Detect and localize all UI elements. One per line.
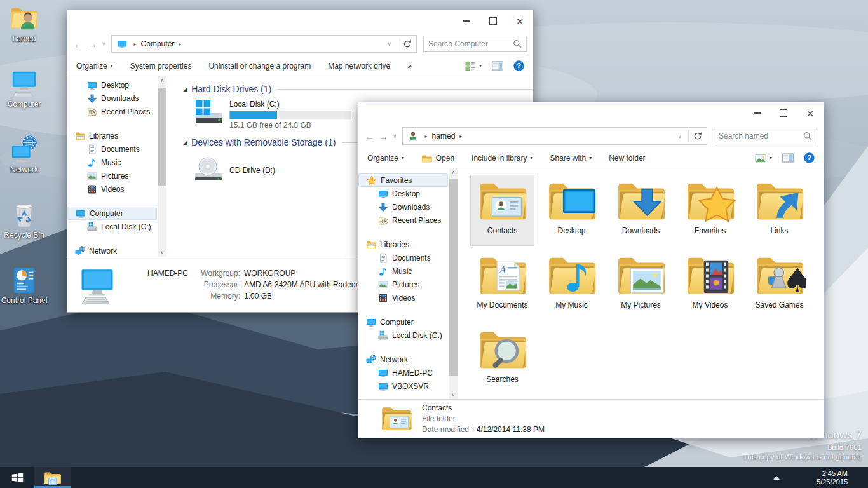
scroll-up-icon[interactable]: ∧ bbox=[452, 168, 456, 177]
taskbar-clock[interactable]: 2:45 AM 5/25/2015 bbox=[817, 470, 848, 486]
preview-pane-button[interactable] bbox=[492, 60, 503, 71]
folder-tile[interactable]: My Music bbox=[539, 249, 604, 320]
desktop-icon[interactable]: hamed bbox=[1, 4, 48, 69]
sidebar-item[interactable]: Music bbox=[358, 264, 449, 278]
address-bar[interactable]: ▸ hamed ▸ ∨ bbox=[402, 127, 707, 145]
scrollbar-thumb[interactable] bbox=[449, 179, 458, 376]
sidebar-item[interactable]: Computer bbox=[358, 315, 449, 329]
maximize-button[interactable] bbox=[770, 104, 797, 122]
scrollbar-thumb[interactable] bbox=[158, 88, 166, 186]
help-button[interactable]: ? bbox=[513, 60, 524, 71]
sidebar-item[interactable]: Recent Places bbox=[67, 105, 158, 118]
forward-button[interactable]: → bbox=[379, 131, 388, 142]
search-input[interactable]: Search Computer bbox=[423, 36, 527, 52]
group-header-hard-disks[interactable]: ◢ Hard Disk Drives (1) bbox=[183, 84, 533, 94]
collapse-triangle-icon[interactable]: ◢ bbox=[183, 140, 187, 146]
folder-tile[interactable]: My Pictures bbox=[609, 249, 673, 320]
minimize-button[interactable] bbox=[743, 104, 770, 122]
scroll-up-icon[interactable]: ∧ bbox=[161, 76, 165, 85]
folder-tile[interactable]: Links bbox=[747, 175, 811, 246]
sidebar-item[interactable]: Documents bbox=[67, 142, 158, 156]
sidebar-item[interactable]: Documents bbox=[358, 251, 449, 264]
preview-pane-button[interactable] bbox=[782, 152, 794, 163]
sidebar-item[interactable]: Downloads bbox=[358, 200, 449, 214]
titlebar[interactable]: × bbox=[358, 102, 824, 124]
titlebar[interactable]: × bbox=[67, 10, 533, 32]
start-button[interactable] bbox=[0, 467, 34, 488]
sidebar-item[interactable]: HAMED-PC bbox=[358, 366, 449, 379]
toolbar-button[interactable]: System properties bbox=[130, 62, 192, 71]
breadcrumb-separator-icon[interactable]: ▸ bbox=[179, 41, 181, 47]
desktop-icon[interactable]: Control Panel bbox=[1, 266, 48, 331]
toolbar-button[interactable]: Include in library ▾ bbox=[471, 154, 532, 163]
sidebar-item[interactable]: Libraries bbox=[358, 238, 449, 251]
show-hidden-icons-button[interactable] bbox=[773, 476, 780, 480]
forward-button[interactable]: → bbox=[88, 39, 97, 50]
search-input[interactable]: Search hamed bbox=[714, 128, 817, 144]
sidebar-item[interactable]: Downloads bbox=[67, 92, 158, 105]
toolbar-button[interactable]: Uninstall or change a program bbox=[208, 62, 311, 71]
sidebar-item[interactable]: Favorites bbox=[358, 173, 448, 187]
back-button[interactable]: ← bbox=[365, 131, 374, 142]
desktop-icon[interactable]: Network bbox=[1, 135, 48, 200]
sidebar-scrollbar[interactable]: ∧ ∨ bbox=[158, 76, 166, 257]
sidebar-item[interactable]: Recent Places bbox=[358, 214, 449, 227]
address-bar[interactable]: ▸ Computer ▸ ∨ bbox=[111, 35, 417, 53]
chevron-down-icon: ▾ bbox=[770, 155, 772, 161]
change-view-button[interactable]: ▾ bbox=[465, 61, 482, 71]
desktop-icon[interactable]: Recycle Bin bbox=[1, 200, 48, 266]
folder-tile[interactable]: My Videos bbox=[678, 249, 742, 320]
breadcrumb[interactable]: Computer bbox=[141, 39, 175, 48]
sidebar-item[interactable]: Network bbox=[358, 353, 449, 366]
sidebar-item[interactable]: Music bbox=[67, 156, 158, 169]
toolbar-button[interactable]: Map network drive bbox=[328, 62, 390, 71]
breadcrumb-separator-icon[interactable]: ▸ bbox=[459, 133, 462, 139]
folder-tile[interactable]: Downloads bbox=[609, 175, 673, 246]
sidebar-item[interactable]: Local Disk (C:) bbox=[358, 329, 449, 342]
sidebar-item[interactable]: Libraries bbox=[67, 129, 158, 142]
toolbar-button[interactable]: Share with ▾ bbox=[550, 154, 592, 163]
scroll-down-icon[interactable]: ∨ bbox=[161, 248, 165, 257]
maximize-button[interactable] bbox=[480, 12, 506, 30]
sidebar-item[interactable]: Videos bbox=[358, 291, 449, 304]
breadcrumb[interactable]: hamed bbox=[432, 132, 456, 140]
sidebar-item[interactable]: Network bbox=[67, 244, 158, 257]
nav-history-chevron-icon[interactable]: ∨ bbox=[393, 133, 397, 139]
close-button[interactable]: × bbox=[506, 12, 533, 30]
folder-tile[interactable]: Searches bbox=[470, 323, 534, 395]
desktop-icon[interactable]: Computer bbox=[1, 69, 48, 135]
refresh-button[interactable] bbox=[401, 39, 414, 48]
help-button[interactable]: ? bbox=[804, 152, 815, 163]
sidebar-item[interactable]: Pictures bbox=[67, 169, 158, 182]
folder-tile[interactable]: Contacts bbox=[470, 175, 534, 246]
scroll-down-icon[interactable]: ∨ bbox=[452, 391, 456, 399]
sidebar-item[interactable]: Desktop bbox=[358, 187, 449, 200]
sidebar-item[interactable]: Computer bbox=[67, 207, 157, 220]
toolbar-button[interactable]: New folder bbox=[609, 154, 645, 163]
folder-tile[interactable]: Desktop bbox=[539, 175, 604, 246]
back-button[interactable]: ← bbox=[74, 39, 83, 50]
sidebar-item[interactable]: Local Disk (C:) bbox=[67, 220, 158, 233]
taskbar-explorer-button[interactable] bbox=[34, 467, 71, 488]
sidebar-item[interactable]: Videos bbox=[67, 182, 158, 196]
close-button[interactable]: × bbox=[797, 104, 824, 122]
sidebar-item[interactable]: VBOXSVR bbox=[358, 379, 449, 393]
folder-tile[interactable]: Favorites bbox=[678, 175, 742, 246]
address-dropdown-icon[interactable]: ∨ bbox=[674, 133, 686, 139]
sidebar-item[interactable]: Pictures bbox=[358, 278, 449, 291]
collapse-triangle-icon[interactable]: ◢ bbox=[183, 86, 187, 92]
toolbar-button[interactable]: Organize ▾ bbox=[76, 62, 113, 71]
refresh-button[interactable] bbox=[691, 132, 704, 140]
toolbar-button[interactable]: Open bbox=[421, 153, 454, 163]
change-view-button[interactable]: ▾ bbox=[755, 153, 772, 163]
folder-tile[interactable]: ♠ Saved Games bbox=[747, 249, 811, 320]
sidebar-scrollbar[interactable]: ∧ ∨ bbox=[449, 168, 458, 399]
toolbar-button[interactable]: » bbox=[407, 62, 412, 71]
toolbar-button[interactable]: Organize ▾ bbox=[367, 154, 404, 163]
nav-history-chevron-icon[interactable]: ∨ bbox=[102, 41, 106, 47]
folder-tile[interactable]: A My Documents bbox=[470, 249, 534, 320]
address-dropdown-icon[interactable]: ∨ bbox=[383, 41, 395, 47]
minimize-button[interactable] bbox=[453, 12, 480, 30]
sidebar-item[interactable]: Desktop bbox=[67, 78, 158, 92]
hard-drive-icon bbox=[192, 99, 225, 127]
